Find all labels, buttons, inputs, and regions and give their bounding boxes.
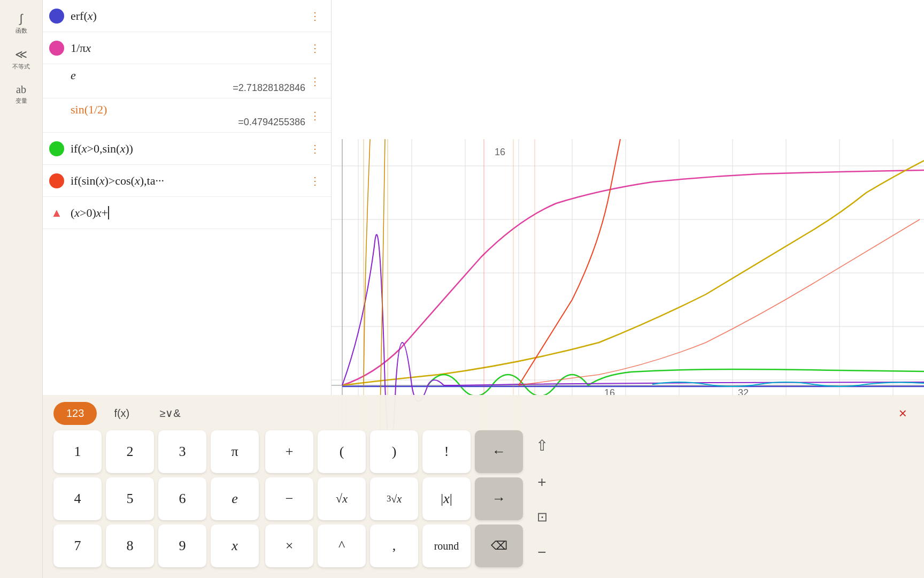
dot-pink-2 <box>49 41 64 56</box>
sidebar-label-functions: 函数 <box>16 27 27 35</box>
frame-button[interactable]: ⊡ <box>532 505 552 529</box>
expr-menu-6[interactable]: ⋮ <box>305 172 325 189</box>
sidebar-label-inequalities: 不等式 <box>12 63 30 71</box>
tab-logic[interactable]: ≥∨& <box>147 401 193 425</box>
dot-red-6 <box>49 173 64 188</box>
expr-text-6: if(sin(x)>cos(x),ta··· <box>71 174 305 188</box>
expr-text-7: (x>0)x+​ <box>71 206 325 220</box>
minus-side-button[interactable]: − <box>532 539 552 565</box>
key-lparen[interactable]: ( <box>318 430 366 473</box>
expression-row-2[interactable]: 1/πx ⋮ <box>43 32 331 64</box>
expression-row-1[interactable]: erf(x) ⋮ <box>43 0 331 32</box>
sidebar-item-functions[interactable]: ∫ 函数 <box>0 5 42 41</box>
keyboard-overlay: 123 f(x) ≥∨& × 1 2 3 π 4 5 6 e 7 8 9 <box>43 395 924 578</box>
expr-text-4: sin(1/2) <box>71 103 305 117</box>
keyboard-tab-row: 123 f(x) ≥∨& × <box>53 401 913 425</box>
app-container: ∫ 函数 ≪ 不等式 ab 变量 erf(x) ⋮ 1/πx ⋮ <box>0 0 924 578</box>
expr-menu-2[interactable]: ⋮ <box>305 40 325 57</box>
expr-content-5: if(x>0,sin(x)) <box>71 142 305 156</box>
expr-value-3: =2.71828182846 <box>71 82 305 94</box>
expr-text-3: e <box>71 69 305 82</box>
key-5[interactable]: 5 <box>106 477 154 520</box>
key-7[interactable]: 7 <box>53 524 102 567</box>
expression-row-7[interactable]: ▲ (x>0)x+​ <box>43 197 331 229</box>
tab-123[interactable]: 123 <box>53 402 97 425</box>
expr-menu-3[interactable]: ⋮ <box>305 73 325 90</box>
dot-green-5 <box>49 141 64 156</box>
sidebar-item-inequalities[interactable]: ≪ 不等式 <box>0 41 42 77</box>
key-e[interactable]: e <box>211 477 259 520</box>
expr-content-6: if(sin(x)>cos(x),ta··· <box>71 174 305 188</box>
dot-warning-7: ▲ <box>49 206 64 220</box>
expr-menu-1[interactable]: ⋮ <box>305 7 325 25</box>
inequality-icon: ≪ <box>15 48 27 62</box>
expr-content-2: 1/πx <box>71 41 305 55</box>
integral-icon: ∫ <box>19 12 22 26</box>
key-multiply[interactable]: × <box>265 524 313 567</box>
key-rparen[interactable]: ) <box>370 430 418 473</box>
key-comma[interactable]: , <box>370 524 418 567</box>
key-cbrt[interactable]: 3√x <box>370 477 418 520</box>
key-abs[interactable]: |x| <box>422 477 471 520</box>
expr-content-1: erf(x) <box>71 9 305 23</box>
sidebar-label-variables: 变量 <box>16 97 27 105</box>
key-2[interactable]: 2 <box>106 430 154 473</box>
expr-text-2: 1/πx <box>71 41 305 55</box>
expr-content-4: sin(1/2) =0.4794255386 <box>71 103 305 128</box>
variable-icon: ab <box>16 83 26 96</box>
key-8[interactable]: 8 <box>106 524 154 567</box>
key-x[interactable]: x <box>211 524 259 567</box>
expr-value-4: =0.4794255386 <box>71 117 305 128</box>
key-delete[interactable]: ⌫ <box>475 524 523 567</box>
dot-blue-1 <box>49 9 64 24</box>
key-factorial[interactable]: ! <box>422 430 471 473</box>
key-pi[interactable]: π <box>211 430 259 473</box>
shift-button[interactable]: ⇧ <box>532 432 552 459</box>
expression-row-3[interactable]: e =2.71828182846 ⋮ <box>43 64 331 98</box>
tab-fx[interactable]: f(x) <box>101 402 142 425</box>
dot-none-3 <box>49 74 64 89</box>
expression-row-6[interactable]: if(sin(x)>cos(x),ta··· ⋮ <box>43 165 331 197</box>
expr-menu-4[interactable]: ⋮ <box>305 107 325 124</box>
key-1[interactable]: 1 <box>53 430 102 473</box>
svg-text:16: 16 <box>495 147 505 157</box>
expression-row-5[interactable]: if(x>0,sin(x)) ⋮ <box>43 133 331 165</box>
plus-side-button[interactable]: + <box>532 469 552 495</box>
key-9[interactable]: 9 <box>158 524 206 567</box>
key-back-arrow[interactable]: ← <box>475 430 523 473</box>
expr-content-3: e =2.71828182846 <box>71 69 305 94</box>
key-round[interactable]: round <box>422 524 471 567</box>
key-forward-arrow[interactable]: → <box>475 477 523 520</box>
key-sqrt[interactable]: √x <box>318 477 366 520</box>
key-3[interactable]: 3 <box>158 430 206 473</box>
expr-menu-5[interactable]: ⋮ <box>305 140 325 157</box>
key-6[interactable]: 6 <box>158 477 206 520</box>
key-minus[interactable]: − <box>265 477 313 520</box>
sidebar-item-variables[interactable]: ab 变量 <box>0 77 42 111</box>
dot-none-4 <box>49 108 64 123</box>
close-keyboard-button[interactable]: × <box>892 403 913 424</box>
sidebar: ∫ 函数 ≪ 不等式 ab 变量 <box>0 0 43 578</box>
expr-text-1: erf(x) <box>71 9 305 23</box>
key-4[interactable]: 4 <box>53 477 102 520</box>
expr-text-5: if(x>0,sin(x)) <box>71 142 305 156</box>
key-plus[interactable]: + <box>265 430 313 473</box>
expression-row-4[interactable]: sin(1/2) =0.4794255386 ⋮ <box>43 98 331 133</box>
expr-content-7: (x>0)x+​ <box>71 206 325 220</box>
key-caret[interactable]: ^ <box>318 524 366 567</box>
